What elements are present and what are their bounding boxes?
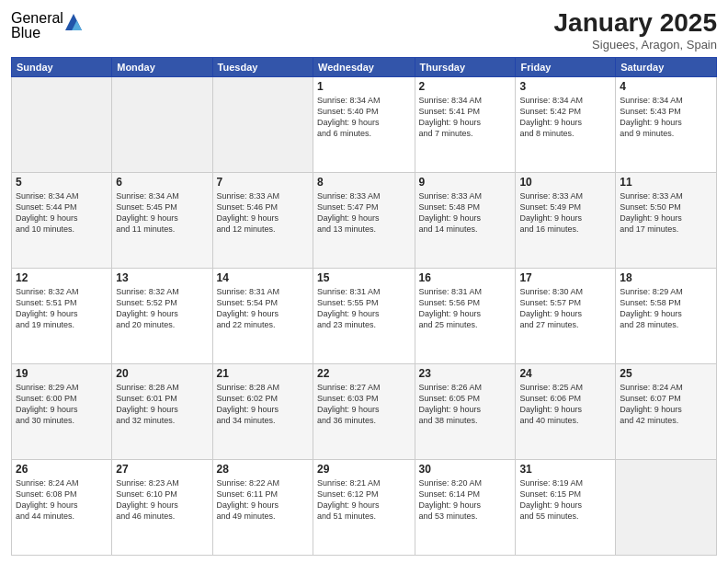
week-row-4: 26Sunrise: 8:24 AM Sunset: 6:08 PM Dayli…: [12, 459, 717, 555]
day-info: Sunrise: 8:19 AM Sunset: 6:15 PM Dayligh…: [519, 477, 611, 523]
day-cell: 10Sunrise: 8:33 AM Sunset: 5:49 PM Dayli…: [516, 172, 616, 268]
day-info: Sunrise: 8:33 AM Sunset: 5:47 PM Dayligh…: [317, 190, 411, 236]
day-cell: 21Sunrise: 8:28 AM Sunset: 6:02 PM Dayli…: [212, 363, 313, 459]
day-number: 20: [116, 367, 208, 380]
day-number: 24: [519, 367, 611, 380]
day-cell: 14Sunrise: 8:31 AM Sunset: 5:54 PM Dayli…: [212, 268, 313, 363]
day-cell: 22Sunrise: 8:27 AM Sunset: 6:03 PM Dayli…: [313, 363, 415, 459]
day-info: Sunrise: 8:25 AM Sunset: 6:06 PM Dayligh…: [519, 382, 611, 427]
day-number: 29: [317, 463, 411, 476]
day-cell: 9Sunrise: 8:33 AM Sunset: 5:48 PM Daylig…: [415, 172, 516, 268]
day-number: 10: [519, 176, 611, 189]
header: General Blue January 2025 Siguees, Arago…: [11, 9, 717, 52]
day-cell: 15Sunrise: 8:31 AM Sunset: 5:55 PM Dayli…: [313, 268, 415, 363]
day-cell: 7Sunrise: 8:33 AM Sunset: 5:46 PM Daylig…: [212, 172, 313, 268]
week-row-3: 19Sunrise: 8:29 AM Sunset: 6:00 PM Dayli…: [12, 363, 717, 459]
day-cell: [212, 76, 313, 172]
weekday-header-row: SundayMondayTuesdayWednesdayThursdayFrid…: [12, 57, 717, 76]
day-info: Sunrise: 8:33 AM Sunset: 5:49 PM Dayligh…: [519, 190, 611, 236]
day-number: 26: [16, 463, 108, 476]
day-cell: 2Sunrise: 8:34 AM Sunset: 5:41 PM Daylig…: [415, 76, 516, 172]
day-cell: 12Sunrise: 8:32 AM Sunset: 5:51 PM Dayli…: [12, 268, 112, 363]
day-info: Sunrise: 8:23 AM Sunset: 6:10 PM Dayligh…: [116, 477, 208, 523]
day-info: Sunrise: 8:26 AM Sunset: 6:05 PM Dayligh…: [419, 382, 512, 427]
weekday-header-sunday: Sunday: [12, 57, 112, 76]
day-number: 1: [317, 80, 411, 93]
logo-blue: Blue: [11, 26, 63, 40]
day-number: 4: [620, 80, 712, 93]
day-info: Sunrise: 8:31 AM Sunset: 5:55 PM Dayligh…: [317, 286, 411, 331]
calendar-page: General Blue January 2025 Siguees, Arago…: [0, 0, 728, 563]
day-info: Sunrise: 8:20 AM Sunset: 6:14 PM Dayligh…: [419, 477, 512, 523]
day-cell: 29Sunrise: 8:21 AM Sunset: 6:12 PM Dayli…: [313, 459, 415, 555]
day-number: 28: [217, 463, 309, 476]
weekday-header-friday: Friday: [516, 57, 616, 76]
day-info: Sunrise: 8:31 AM Sunset: 5:54 PM Dayligh…: [217, 286, 309, 331]
day-cell: 1Sunrise: 8:34 AM Sunset: 5:40 PM Daylig…: [313, 76, 415, 172]
day-number: 15: [317, 271, 411, 284]
logo: General Blue: [11, 11, 82, 40]
weekday-header-tuesday: Tuesday: [212, 57, 313, 76]
day-cell: 16Sunrise: 8:31 AM Sunset: 5:56 PM Dayli…: [415, 268, 516, 363]
day-cell: 28Sunrise: 8:22 AM Sunset: 6:11 PM Dayli…: [212, 459, 313, 555]
logo-text: General Blue: [11, 11, 63, 40]
logo-icon: [65, 14, 82, 30]
day-info: Sunrise: 8:34 AM Sunset: 5:40 PM Dayligh…: [317, 95, 411, 140]
day-info: Sunrise: 8:33 AM Sunset: 5:50 PM Dayligh…: [620, 190, 712, 236]
day-cell: 26Sunrise: 8:24 AM Sunset: 6:08 PM Dayli…: [12, 459, 112, 555]
day-number: 7: [217, 176, 309, 189]
day-info: Sunrise: 8:34 AM Sunset: 5:42 PM Dayligh…: [519, 95, 611, 140]
day-number: 25: [620, 367, 712, 380]
day-info: Sunrise: 8:34 AM Sunset: 5:45 PM Dayligh…: [116, 190, 208, 236]
day-info: Sunrise: 8:30 AM Sunset: 5:57 PM Dayligh…: [519, 286, 611, 331]
day-cell: 20Sunrise: 8:28 AM Sunset: 6:01 PM Dayli…: [112, 363, 212, 459]
week-row-2: 12Sunrise: 8:32 AM Sunset: 5:51 PM Dayli…: [12, 268, 717, 363]
day-cell: 8Sunrise: 8:33 AM Sunset: 5:47 PM Daylig…: [313, 172, 415, 268]
day-info: Sunrise: 8:22 AM Sunset: 6:11 PM Dayligh…: [217, 477, 309, 523]
day-info: Sunrise: 8:34 AM Sunset: 5:41 PM Dayligh…: [419, 95, 512, 140]
calendar-table: SundayMondayTuesdayWednesdayThursdayFrid…: [11, 57, 717, 556]
day-number: 31: [519, 463, 611, 476]
day-number: 6: [116, 176, 208, 189]
calendar-subtitle: Siguees, Aragon, Spain: [554, 38, 717, 52]
day-cell: 31Sunrise: 8:19 AM Sunset: 6:15 PM Dayli…: [516, 459, 616, 555]
day-number: 3: [519, 80, 611, 93]
title-block: January 2025 Siguees, Aragon, Spain: [554, 9, 717, 52]
day-info: Sunrise: 8:27 AM Sunset: 6:03 PM Dayligh…: [317, 382, 411, 427]
weekday-header-monday: Monday: [112, 57, 212, 76]
calendar-title: January 2025: [554, 9, 717, 38]
weekday-header-saturday: Saturday: [616, 57, 717, 76]
day-cell: 19Sunrise: 8:29 AM Sunset: 6:00 PM Dayli…: [12, 363, 112, 459]
day-cell: 13Sunrise: 8:32 AM Sunset: 5:52 PM Dayli…: [112, 268, 212, 363]
day-number: 16: [419, 271, 512, 284]
day-number: 22: [317, 367, 411, 380]
day-cell: 6Sunrise: 8:34 AM Sunset: 5:45 PM Daylig…: [112, 172, 212, 268]
logo-general: General: [11, 11, 63, 26]
day-info: Sunrise: 8:33 AM Sunset: 5:46 PM Dayligh…: [217, 190, 309, 236]
day-cell: 11Sunrise: 8:33 AM Sunset: 5:50 PM Dayli…: [616, 172, 717, 268]
day-cell: 17Sunrise: 8:30 AM Sunset: 5:57 PM Dayli…: [516, 268, 616, 363]
day-number: 27: [116, 463, 208, 476]
day-number: 18: [620, 271, 712, 284]
day-info: Sunrise: 8:28 AM Sunset: 6:01 PM Dayligh…: [116, 382, 208, 427]
day-cell: 24Sunrise: 8:25 AM Sunset: 6:06 PM Dayli…: [516, 363, 616, 459]
day-cell: 30Sunrise: 8:20 AM Sunset: 6:14 PM Dayli…: [415, 459, 516, 555]
day-number: 23: [419, 367, 512, 380]
day-info: Sunrise: 8:32 AM Sunset: 5:51 PM Dayligh…: [16, 286, 108, 331]
day-cell: 25Sunrise: 8:24 AM Sunset: 6:07 PM Dayli…: [616, 363, 717, 459]
day-cell: 18Sunrise: 8:29 AM Sunset: 5:58 PM Dayli…: [616, 268, 717, 363]
day-number: 17: [519, 271, 611, 284]
day-info: Sunrise: 8:24 AM Sunset: 6:08 PM Dayligh…: [16, 477, 108, 523]
day-cell: [112, 76, 212, 172]
day-number: 2: [419, 80, 512, 93]
day-info: Sunrise: 8:34 AM Sunset: 5:44 PM Dayligh…: [16, 190, 108, 236]
day-info: Sunrise: 8:29 AM Sunset: 6:00 PM Dayligh…: [16, 382, 108, 427]
day-number: 8: [317, 176, 411, 189]
day-cell: 27Sunrise: 8:23 AM Sunset: 6:10 PM Dayli…: [112, 459, 212, 555]
day-number: 11: [620, 176, 712, 189]
weekday-header-wednesday: Wednesday: [313, 57, 415, 76]
day-info: Sunrise: 8:31 AM Sunset: 5:56 PM Dayligh…: [419, 286, 512, 331]
day-info: Sunrise: 8:34 AM Sunset: 5:43 PM Dayligh…: [620, 95, 712, 140]
day-info: Sunrise: 8:28 AM Sunset: 6:02 PM Dayligh…: [217, 382, 309, 427]
day-number: 19: [16, 367, 108, 380]
